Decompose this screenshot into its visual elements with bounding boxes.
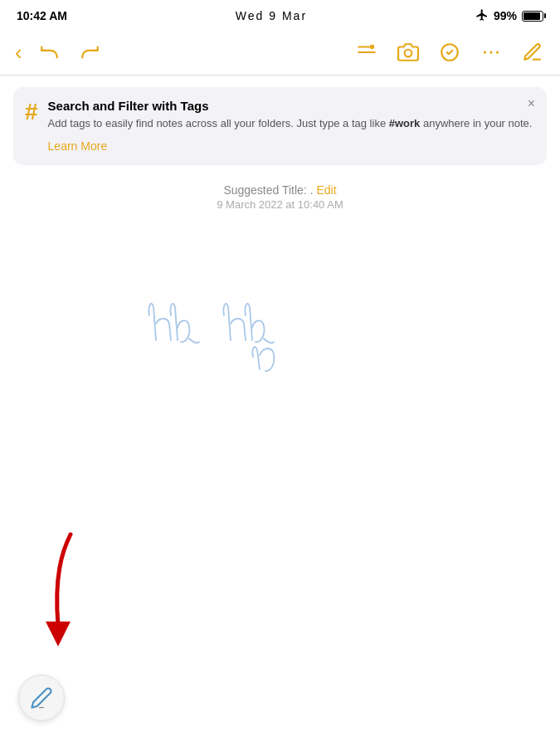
note-date: 9 March 2022 at 10:40 AM: [0, 198, 560, 211]
edit-title-button[interactable]: Edit: [316, 183, 336, 197]
toolbar-right: [354, 40, 545, 65]
banner-title: Search and Filter with Tags: [48, 99, 533, 113]
more-icon[interactable]: [479, 40, 504, 65]
status-indicators: 99%: [475, 8, 543, 24]
toolbar-left: ‹: [15, 40, 102, 66]
toolbar-divider: [0, 75, 560, 76]
red-arrow: [17, 526, 100, 651]
pencil-button[interactable]: [18, 675, 65, 721]
airplane-icon: [475, 8, 489, 24]
toolbar: ‹: [0, 30, 560, 75]
svg-marker-8: [46, 622, 71, 646]
status-day: Wed 9 Mar: [236, 9, 307, 22]
camera-icon[interactable]: [396, 40, 421, 65]
banner-tag: #work: [389, 117, 421, 129]
suggested-title: Suggested Title: . Edit: [0, 183, 560, 197]
learn-more-button[interactable]: Learn More: [48, 139, 108, 153]
markup-icon[interactable]: [437, 40, 462, 65]
svg-point-6: [489, 51, 492, 53]
status-time: 10:42 AM: [17, 9, 67, 22]
undo-button[interactable]: [37, 40, 62, 65]
banner-content: Search and Filter with Tags Add tags to …: [48, 99, 533, 154]
hash-icon: #: [25, 100, 38, 124]
back-button[interactable]: ‹: [15, 40, 22, 66]
status-bar: 10:42 AM Wed 9 Mar 99%: [0, 0, 560, 30]
battery-percent: 99%: [494, 9, 517, 22]
handwriting-area: [133, 282, 382, 382]
banner-close-button[interactable]: ×: [528, 97, 535, 110]
compose-icon[interactable]: [520, 40, 545, 65]
banner-header: # Search and Filter with Tags Add tags t…: [25, 99, 533, 154]
banner-description: Add tags to easily find notes across all…: [48, 116, 533, 131]
tags-banner: # Search and Filter with Tags Add tags t…: [13, 87, 547, 165]
svg-point-5: [484, 51, 486, 53]
redo-button[interactable]: [77, 40, 102, 65]
battery-icon: [522, 11, 543, 22]
note-header: Suggested Title: . Edit 9 March 2022 at …: [0, 177, 560, 214]
filter-icon[interactable]: [354, 40, 379, 65]
svg-point-2: [370, 45, 374, 49]
svg-point-7: [496, 51, 499, 53]
svg-point-3: [405, 50, 412, 57]
